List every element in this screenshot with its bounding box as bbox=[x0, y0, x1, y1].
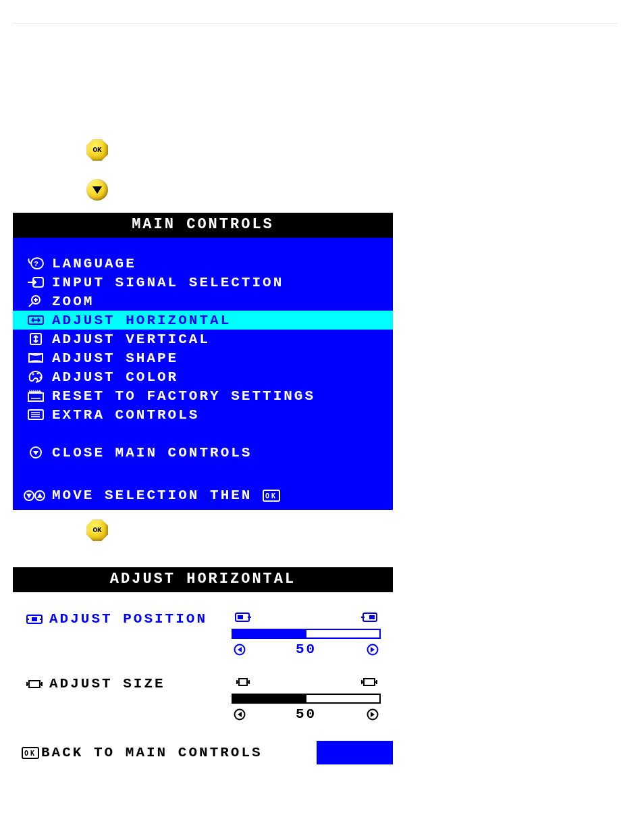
arrow-left-icon[interactable] bbox=[234, 644, 246, 656]
footer-text: MOVE SELECTION THEN bbox=[52, 488, 252, 503]
vert-icon bbox=[20, 332, 52, 346]
svg-rect-38 bbox=[239, 679, 247, 685]
down-button[interactable] bbox=[86, 179, 108, 201]
extra-icon bbox=[20, 408, 52, 421]
color-icon bbox=[20, 370, 52, 384]
adjust-rows: ADJUST POSITION 50 ADJUST SIZE bbox=[13, 592, 393, 722]
grow-icon bbox=[360, 676, 378, 688]
horiz-icon bbox=[20, 313, 52, 327]
progress-bar bbox=[232, 694, 381, 704]
svg-rect-39 bbox=[364, 679, 375, 685]
updown-ok-icon bbox=[20, 489, 52, 502]
menu-item-zoom[interactable]: ZOOM bbox=[13, 292, 393, 311]
menu-item-label: ZOOM bbox=[52, 294, 387, 309]
adjust-controls: 50 bbox=[232, 676, 381, 722]
arrow-right-icon[interactable] bbox=[367, 644, 379, 656]
adjust-label: ADJUST SIZE bbox=[49, 676, 232, 692]
ok-box-icon: OK bbox=[263, 490, 280, 502]
svg-text:OK: OK bbox=[265, 492, 277, 500]
menu-item-label: LANGUAGE bbox=[52, 256, 387, 271]
ok-button[interactable]: OK bbox=[86, 519, 108, 541]
svg-rect-32 bbox=[369, 615, 375, 619]
menu-item-reset-to-factory-settings[interactable]: RESET TO FACTORY SETTINGS bbox=[13, 386, 393, 405]
svg-point-11 bbox=[37, 373, 39, 375]
reset-icon bbox=[20, 389, 52, 402]
menu-item-input-signal-selection[interactable]: INPUT SIGNAL SELECTION bbox=[13, 273, 393, 292]
adjust-controls: 50 bbox=[232, 611, 381, 657]
panel-footer: MOVE SELECTION THEN OK bbox=[13, 478, 393, 510]
shape-icon bbox=[20, 351, 52, 365]
menu-item-label: EXTRA CONTROLS bbox=[52, 407, 387, 423]
svg-text:OK: OK bbox=[24, 750, 36, 757]
menu-items: ?LANGUAGEINPUT SIGNAL SELECTIONZOOMADJUS… bbox=[13, 238, 393, 478]
panel-title: ADJUST HORIZONTAL bbox=[13, 567, 393, 592]
adjust-value: 50 bbox=[246, 642, 367, 657]
shift-right-icon bbox=[360, 611, 378, 623]
spacer bbox=[13, 424, 393, 443]
input-icon bbox=[20, 276, 52, 289]
ok-box-icon: OK bbox=[20, 747, 41, 759]
svg-marker-43 bbox=[371, 712, 375, 717]
language-icon: ? bbox=[20, 257, 52, 270]
main-controls-panel: MAIN CONTROLS ?LANGUAGEINPUT SIGNAL SELE… bbox=[13, 213, 393, 510]
adjust-value: 50 bbox=[246, 706, 367, 722]
svg-marker-24 bbox=[37, 493, 43, 498]
menu-item-label: ADJUST COLOR bbox=[52, 369, 387, 385]
adjust-row-adjust-size[interactable]: ADJUST SIZE 50 bbox=[25, 676, 381, 722]
adjust-horizontal-panel: ADJUST HORIZONTAL ADJUST POSITION 50 ADJ… bbox=[13, 567, 393, 764]
svg-rect-30 bbox=[238, 615, 243, 619]
menu-item-adjust-color[interactable]: ADJUST COLOR bbox=[13, 367, 393, 386]
svg-rect-28 bbox=[32, 617, 37, 621]
svg-point-12 bbox=[40, 377, 42, 379]
menu-item-adjust-horizontal[interactable]: ADJUST HORIZONTAL bbox=[13, 311, 393, 330]
arrow-left-icon[interactable] bbox=[234, 708, 246, 721]
zoom-icon bbox=[20, 294, 52, 308]
menu-item-label: RESET TO FACTORY SETTINGS bbox=[52, 388, 387, 404]
menu-item-label: ADJUST SHAPE bbox=[52, 350, 387, 366]
shrink-icon bbox=[234, 676, 252, 688]
menu-item-adjust-shape[interactable]: ADJUST SHAPE bbox=[13, 348, 393, 367]
ok-button[interactable]: OK bbox=[86, 139, 108, 161]
footer-text: BACK TO MAIN CONTROLS bbox=[41, 745, 263, 760]
down-triangle-icon bbox=[92, 186, 102, 194]
divider bbox=[13, 23, 618, 24]
svg-marker-41 bbox=[238, 712, 242, 717]
menu-item-extra-controls[interactable]: EXTRA CONTROLS bbox=[13, 405, 393, 424]
svg-text:?: ? bbox=[34, 260, 41, 268]
progress-bar bbox=[232, 629, 381, 639]
svg-point-10 bbox=[32, 373, 34, 375]
svg-line-6 bbox=[29, 303, 32, 307]
menu-item-adjust-vertical[interactable]: ADJUST VERTICAL bbox=[13, 330, 393, 348]
close-icon bbox=[20, 446, 52, 459]
close-main-controls[interactable]: CLOSE MAIN CONTROLS bbox=[13, 443, 393, 462]
adjust-label: ADJUST POSITION bbox=[49, 611, 232, 627]
svg-marker-34 bbox=[238, 647, 242, 652]
adjust-row-adjust-position[interactable]: ADJUST POSITION 50 bbox=[25, 611, 381, 657]
menu-item-label: INPUT SIGNAL SELECTION bbox=[52, 275, 387, 290]
hpos-icon bbox=[25, 611, 49, 626]
arrow-right-icon[interactable] bbox=[367, 708, 379, 721]
svg-rect-37 bbox=[29, 681, 40, 687]
svg-rect-13 bbox=[28, 393, 43, 401]
menu-item-language[interactable]: ?LANGUAGE bbox=[13, 254, 393, 273]
close-label: CLOSE MAIN CONTROLS bbox=[52, 445, 387, 461]
shift-left-icon bbox=[234, 611, 252, 623]
panel-title: MAIN CONTROLS bbox=[13, 213, 393, 238]
hsize-icon bbox=[25, 676, 49, 691]
menu-item-label: ADJUST HORIZONTAL bbox=[52, 313, 387, 328]
svg-marker-36 bbox=[371, 647, 375, 652]
panel-footer[interactable]: OK BACK TO MAIN CONTROLS bbox=[13, 741, 393, 764]
svg-marker-20 bbox=[33, 451, 38, 455]
svg-marker-22 bbox=[26, 494, 32, 498]
menu-item-label: ADJUST VERTICAL bbox=[52, 332, 387, 347]
